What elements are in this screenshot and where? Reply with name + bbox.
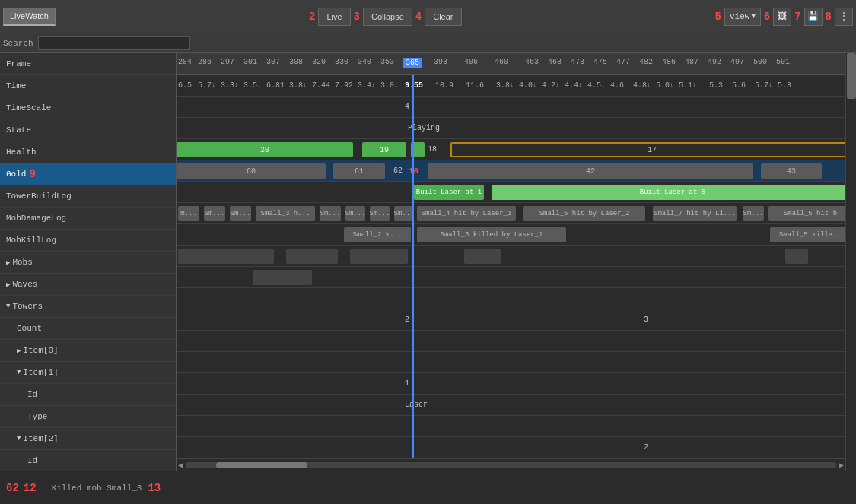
health-block-19: 19 [362, 142, 406, 157]
h-scrollbar-track[interactable] [186, 462, 836, 468]
time-4.2: 4.2↓ [542, 81, 560, 90]
time-5.0: 5.0↓ [656, 81, 674, 90]
prop-item2[interactable]: ▼ Item[2] [0, 428, 176, 450]
frame-477: 477 [616, 58, 630, 66]
status-num12: 12 [24, 482, 37, 494]
time-5.1: 5.1↓ [679, 81, 697, 90]
prop-towers-count[interactable]: Count [0, 318, 176, 340]
frame-497: 497 [730, 58, 744, 66]
tl-timescale: 4 [177, 97, 845, 118]
prop-towers[interactable]: ▼ Towers [0, 296, 176, 318]
clear-button[interactable]: Clear [425, 8, 461, 26]
screenshot-icon: 🖼 [778, 11, 787, 22]
frame-463: 463 [525, 58, 539, 66]
tl-waves [177, 267, 845, 288]
item0-arrow: ▶ [17, 347, 21, 355]
prop-mobkilllog[interactable]: MobKillLog [0, 230, 176, 252]
time-3.8: 3.8↓ [289, 81, 307, 90]
v-scrollbar[interactable] [845, 53, 856, 471]
prop-item1-id[interactable]: Id [0, 384, 176, 406]
time-4.6: 4.6 [610, 81, 624, 90]
gold-62-left: 62 [393, 166, 403, 175]
gold-num9: 9 [29, 168, 35, 180]
waves-block-1 [253, 270, 312, 285]
frame-297: 297 [221, 58, 234, 66]
prop-mobdamagelog[interactable]: MobDamageLog [0, 208, 176, 230]
v-scrollbar-thumb[interactable] [847, 53, 856, 99]
prop-state[interactable]: State [0, 119, 176, 141]
prop-waves[interactable]: ▶ Waves [0, 274, 176, 296]
prop-mobs[interactable]: ▶ Mobs [0, 252, 176, 274]
frame-393: 393 [434, 58, 447, 66]
time-5.7: 5.7↓ [198, 81, 216, 90]
mobs-block-1 [178, 249, 274, 264]
tl-item1-type: Laser [177, 395, 845, 416]
health-18: 18 [428, 145, 437, 154]
livewatch-tab[interactable]: LiveWatch [3, 8, 56, 26]
scroll-right-arrow[interactable]: ▶ [839, 461, 844, 470]
screenshot-button[interactable]: 🖼 [773, 8, 791, 26]
time-10.9: 10.9 [435, 81, 453, 90]
mob-damage-sm2: Sm... [743, 206, 764, 221]
tl-towerbuildlog: Built Laser at 1 Built Laser at 5 [177, 182, 845, 203]
prop-towerbuildlog[interactable]: TowerBuildLog [0, 185, 176, 208]
prop-item2-id[interactable]: Id [0, 450, 176, 471]
time-3.4: 3.4↓ [358, 81, 376, 90]
save-button[interactable]: 💾 [804, 8, 823, 26]
mob-damage-5: Sm... [320, 206, 341, 221]
top-bar: LiveWatch 2 Live 3 Collapse 4 Clear 5 Vi… [0, 0, 856, 33]
frame-482: 482 [639, 58, 653, 66]
mobs-block-2 [286, 249, 338, 264]
prop-health[interactable]: Health [0, 141, 176, 163]
live-button[interactable]: Live [318, 8, 350, 26]
prop-item1[interactable]: ▼ Item[1] [0, 362, 176, 384]
tl-mobdamagelog: m... Sm... Sm... Small_3 h... Sm... Sm..… [177, 203, 845, 224]
prop-frame[interactable]: Frame [0, 53, 176, 75]
tl-towers-header [177, 288, 845, 309]
frame-340: 340 [358, 58, 371, 66]
view-dropdown[interactable]: View ▼ [724, 8, 761, 26]
gold-block-42: 42 [428, 163, 753, 179]
time-4.0: 4.0↓ [519, 81, 537, 90]
prop-item1-type[interactable]: Type [0, 406, 176, 428]
tl-item2-id: 2 [177, 437, 845, 458]
tl-item1 [177, 352, 845, 373]
mobs-block-5 [785, 249, 808, 264]
num3-label: 3 [354, 11, 360, 23]
time-4.5: 4.5↓ [587, 81, 606, 90]
tl-health: 20 19 18 17 [177, 139, 845, 160]
mobs-block-3 [350, 249, 408, 264]
time-6.5: 6.5 [178, 81, 192, 90]
prop-item0[interactable]: ▶ Item[0] [0, 340, 176, 362]
h-scrollbar-thumb[interactable] [216, 462, 307, 468]
mob-damage-small4: Small_4 hit by Laser_1 [417, 206, 516, 221]
time-5.3: 5.3 [709, 81, 723, 90]
frame-286: 286 [198, 58, 212, 66]
save-icon: 💾 [807, 11, 819, 22]
status-num13: 13 [148, 482, 161, 494]
menu-button[interactable]: ⋮ [835, 8, 853, 26]
scroll-left-arrow[interactable]: ◀ [178, 461, 183, 470]
search-input[interactable] [38, 36, 190, 50]
frame-353: 353 [380, 58, 394, 66]
mob-damage-4: Small_3 h... [256, 206, 315, 221]
mob-damage-6: Sm... [345, 206, 365, 221]
collapse-button[interactable]: Collapse [363, 8, 412, 26]
mob-damage-small5: Small_5 hit by Laser_2 [523, 206, 645, 221]
frame-301: 301 [243, 58, 257, 66]
prop-time[interactable]: Time [0, 75, 176, 97]
status-num: 62 [6, 482, 19, 494]
mobs-block-4 [464, 249, 501, 264]
time-5.6: 5.6 [732, 81, 746, 90]
mob-kill-small2: Small_2 k... [344, 227, 411, 242]
item2-arrow: ▼ [17, 435, 21, 442]
tl-state: Playing [177, 118, 845, 139]
frame-406: 406 [464, 58, 478, 66]
waves-arrow: ▶ [6, 281, 10, 289]
prop-gold[interactable]: Gold 9 [0, 163, 176, 185]
frame-365: 365 [403, 58, 422, 68]
gold-block-60: 60 [177, 163, 326, 179]
prop-timescale[interactable]: TimeScale [0, 97, 176, 119]
time-11.6: 11.6 [466, 81, 484, 90]
timeline-rows: 6.5 5.7↓ 3.3↓ 3.5↓ 6.81 3.8↓ 7.44 7.92 3… [177, 75, 845, 458]
